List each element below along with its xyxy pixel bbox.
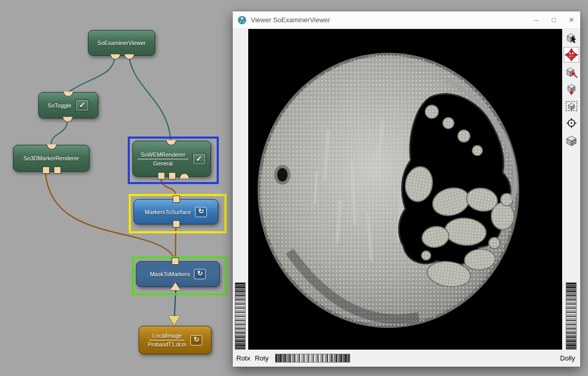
- screen: { "icons": { "check": "✓", "reload": "↻"…: [0, 0, 588, 376]
- window-title: Viewer SoExaminerViewer: [251, 16, 527, 24]
- set-focal-point-button[interactable]: [564, 115, 579, 131]
- rotx-thumbwheel[interactable]: [235, 282, 246, 350]
- edge-sotoggle-so3dmarkerrenderer: [51, 121, 67, 144]
- node-label: MarkersToSurface: [145, 209, 191, 215]
- cube-move-arrows-icon: [565, 48, 578, 62]
- input-connector[interactable]: [42, 167, 50, 174]
- edge-examinerviewer-sowemrenderer: [129, 55, 171, 140]
- crosshair-icon: [565, 116, 578, 130]
- input-connector[interactable]: [54, 167, 61, 174]
- node-sublabel: ProbandT1.dcm: [148, 340, 187, 348]
- output-connector-image[interactable]: [169, 316, 180, 325]
- cube-selection-box-icon: [565, 99, 578, 113]
- interact-mode-button[interactable]: [564, 30, 579, 46]
- roty-thumbwheel[interactable]: [275, 354, 350, 363]
- input-connector[interactable]: [158, 172, 165, 179]
- node-sowemrenderer[interactable]: SoWEMRenderer General ✓: [132, 141, 211, 177]
- edge-examinerviewer-sotoggle: [69, 55, 115, 92]
- mevislab-logo-icon: [237, 16, 247, 25]
- node-sublabel: General: [153, 159, 172, 167]
- cube-pointer-icon: [565, 31, 578, 44]
- node-label: MaskToMarkers: [150, 271, 190, 277]
- input-connector[interactable]: [169, 172, 176, 179]
- input-connector[interactable]: [173, 220, 180, 228]
- examine-mode-button[interactable]: [564, 47, 579, 63]
- skull-scene: [248, 29, 562, 350]
- maximize-button[interactable]: □: [545, 11, 563, 29]
- rotx-label: Rotx: [236, 354, 250, 362]
- cube-icon: [565, 133, 578, 147]
- reload-button[interactable]: ↻: [195, 207, 207, 217]
- roty-label: Roty: [255, 354, 269, 362]
- node-label: So3DMarkerRenderer: [23, 155, 79, 161]
- toggle-checkbox[interactable]: ✓: [76, 99, 89, 111]
- minimize-button[interactable]: –: [527, 11, 545, 29]
- view-all-button[interactable]: [564, 98, 579, 114]
- node-localimage[interactable]: LocalImage ProbandT1.dcm ↻: [139, 326, 212, 354]
- node-label: SoWEMRenderer: [138, 152, 188, 159]
- seek-mode-button[interactable]: [564, 64, 579, 80]
- dolly-thumbwheel[interactable]: [566, 282, 577, 350]
- input-connector-image[interactable]: [170, 282, 180, 290]
- node-label: SoToggle: [48, 102, 71, 109]
- dolly-label: Dolly: [560, 354, 575, 362]
- node-label: SoExaminerViewer: [97, 40, 145, 46]
- reload-button[interactable]: ↻: [194, 269, 206, 279]
- node-soexaminerviewer[interactable]: SoExaminerViewer: [88, 30, 155, 56]
- window-titlebar[interactable]: Viewer SoExaminerViewer – □ ✕: [233, 11, 580, 29]
- viewer-toolbar: [562, 29, 580, 367]
- viewer-window: Viewer SoExaminerViewer – □ ✕: [233, 11, 580, 367]
- viewer-bottom-bar: Rotx Roty Dolly: [233, 350, 580, 367]
- node-label: LocalImage: [149, 333, 185, 340]
- render-checkbox[interactable]: ✓: [192, 153, 206, 165]
- dolly-mode-button[interactable]: [564, 81, 579, 97]
- 3d-viewport[interactable]: [248, 29, 562, 350]
- close-button[interactable]: ✕: [563, 11, 580, 29]
- camera-type-button[interactable]: [564, 132, 579, 148]
- cube-down-arrow-icon: [565, 82, 578, 96]
- output-connector[interactable]: [173, 195, 180, 203]
- cube-seek-arrow-icon: [565, 65, 578, 79]
- output-connector[interactable]: [172, 258, 179, 265]
- reload-button[interactable]: ↻: [190, 335, 202, 345]
